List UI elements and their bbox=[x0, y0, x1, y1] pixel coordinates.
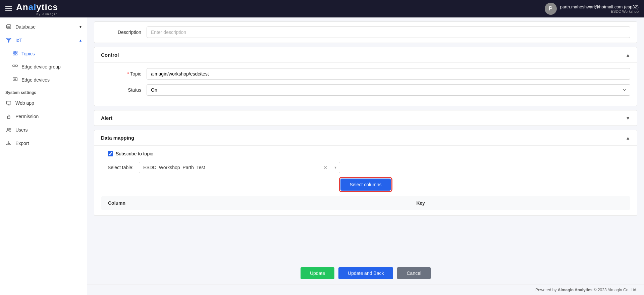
sidebar-item-export[interactable]: Export bbox=[0, 137, 87, 150]
main-content: Description Control ▲ Topic Status bbox=[87, 17, 644, 295]
webapp-icon bbox=[5, 100, 12, 106]
status-row: Status On Off bbox=[101, 84, 630, 96]
header: Analytics by Aimagin P parth.maheshwari@… bbox=[0, 0, 644, 17]
sidebar-item-edge-device-group[interactable]: Edge device group bbox=[0, 60, 87, 73]
layout: Database ▾ IoT ▴ Topics Edge device grou… bbox=[0, 17, 644, 295]
user-info: parth.maheshwari@hotmail.com (esp32) ESD… bbox=[560, 4, 639, 13]
subscribe-label: Subscribe to topic bbox=[116, 151, 153, 156]
svg-point-16 bbox=[7, 128, 9, 130]
footer: Powered by Aimagin Analytics © 2023 Aima… bbox=[87, 285, 644, 295]
sidebar-item-edge-devices[interactable]: Edge devices bbox=[0, 73, 87, 86]
logo-subtitle: by Aimagin bbox=[16, 12, 58, 16]
subscribe-checkbox[interactable] bbox=[108, 151, 113, 156]
sidebar-item-permission[interactable]: Permission bbox=[0, 110, 87, 123]
key-header: Key bbox=[410, 196, 630, 210]
sidebar-users-label: Users bbox=[15, 127, 82, 133]
description-input[interactable] bbox=[147, 27, 630, 38]
sidebar-edge-group-label: Edge device group bbox=[21, 64, 61, 69]
svg-rect-12 bbox=[7, 101, 11, 104]
data-mapping-chevron-up: ▲ bbox=[626, 135, 630, 141]
control-section: Control ▲ Topic Status On Off bbox=[94, 47, 637, 106]
alert-title: Alert bbox=[101, 115, 112, 121]
topic-input[interactable] bbox=[147, 68, 630, 80]
sidebar-iot-label: IoT bbox=[15, 38, 76, 43]
description-section: Description bbox=[94, 21, 637, 43]
sidebar-item-webapp[interactable]: Web app bbox=[0, 96, 87, 110]
select-columns-button[interactable]: Select columns bbox=[340, 179, 391, 191]
update-back-button[interactable]: Update and Back bbox=[338, 267, 393, 279]
svg-rect-4 bbox=[15, 51, 17, 53]
sidebar-item-iot[interactable]: IoT ▴ bbox=[0, 34, 87, 47]
sidebar-database-label: Database bbox=[15, 24, 76, 30]
data-mapping-title: Data mapping bbox=[101, 135, 134, 141]
sidebar-topics-label: Topics bbox=[21, 51, 35, 56]
select-table-row: Select table: ESDC_Workshop_Parth_Test ✕… bbox=[101, 162, 630, 173]
svg-point-0 bbox=[7, 24, 11, 26]
topic-label: Topic bbox=[101, 71, 141, 77]
svg-rect-8 bbox=[15, 65, 17, 66]
sidebar-item-database[interactable]: Database ▾ bbox=[0, 20, 87, 34]
system-settings-header: System settings bbox=[0, 86, 87, 96]
svg-rect-5 bbox=[13, 54, 15, 55]
chevron-up-icon: ▴ bbox=[79, 38, 82, 43]
control-title: Control bbox=[101, 52, 119, 58]
sidebar-item-topics[interactable]: Topics bbox=[0, 47, 87, 60]
footer-text: Powered by Aimagin Analytics © 2023 Aima… bbox=[535, 288, 637, 292]
users-icon bbox=[5, 127, 12, 133]
svg-point-11 bbox=[14, 79, 16, 80]
sidebar-permission-label: Permission bbox=[15, 114, 82, 119]
action-bar: Update Update and Back Cancel bbox=[87, 262, 644, 285]
svg-rect-10 bbox=[13, 78, 17, 81]
database-icon bbox=[5, 23, 12, 30]
control-section-header[interactable]: Control ▲ bbox=[94, 47, 637, 63]
subscribe-row: Subscribe to topic bbox=[101, 151, 630, 156]
topics-icon bbox=[12, 50, 18, 57]
svg-rect-7 bbox=[13, 65, 15, 66]
logo: Analytics by Aimagin bbox=[16, 2, 58, 16]
svg-rect-6 bbox=[15, 54, 17, 55]
status-select[interactable]: On Off bbox=[147, 84, 630, 96]
data-mapping-section-header[interactable]: Data mapping ▲ bbox=[94, 130, 637, 146]
selected-table-value: ESDC_Workshop_Parth_Test bbox=[139, 162, 320, 173]
sidebar-item-users[interactable]: Users bbox=[0, 123, 87, 137]
export-icon bbox=[5, 140, 12, 147]
edge-devices-icon bbox=[12, 76, 18, 83]
topic-row: Topic bbox=[101, 68, 630, 80]
sidebar-export-label: Export bbox=[15, 141, 82, 146]
update-button[interactable]: Update bbox=[301, 267, 334, 279]
select-table-label: Select table: bbox=[108, 165, 133, 170]
control-section-body: Topic Status On Off bbox=[94, 63, 637, 106]
column-header: Column bbox=[101, 196, 410, 210]
svg-point-17 bbox=[9, 128, 11, 130]
alert-section: Alert ▼ bbox=[94, 110, 637, 126]
data-mapping-section: Data mapping ▲ Subscribe to topic Select… bbox=[94, 130, 637, 216]
description-row: Description bbox=[94, 22, 637, 43]
column-key-table: Column Key bbox=[101, 196, 630, 210]
user-org: ESDC Workshop bbox=[560, 9, 639, 13]
cancel-button[interactable]: Cancel bbox=[397, 267, 431, 279]
logo-title: Analytics bbox=[16, 2, 58, 12]
sidebar-webapp-label: Web app bbox=[15, 100, 82, 106]
data-mapping-body: Subscribe to topic Select table: ESDC_Wo… bbox=[94, 146, 637, 215]
sidebar: Database ▾ IoT ▴ Topics Edge device grou… bbox=[0, 17, 87, 295]
permission-icon bbox=[5, 113, 12, 120]
table-header-row: Column Key bbox=[101, 196, 630, 210]
header-left: Analytics by Aimagin bbox=[5, 2, 58, 16]
iot-icon bbox=[5, 37, 12, 44]
table-select-chevron-icon[interactable]: ▾ bbox=[331, 163, 340, 172]
user-email: parth.maheshwari@hotmail.com (esp32) bbox=[560, 4, 639, 9]
content-area: Description Control ▲ Topic Status bbox=[87, 17, 644, 262]
table-select-container[interactable]: ESDC_Workshop_Parth_Test ✕ ▾ bbox=[139, 162, 340, 173]
avatar: P bbox=[545, 3, 557, 15]
header-right: P parth.maheshwari@hotmail.com (esp32) E… bbox=[545, 3, 639, 15]
sidebar-edge-devices-label: Edge devices bbox=[21, 77, 50, 83]
hamburger-icon[interactable] bbox=[5, 6, 12, 11]
svg-rect-15 bbox=[7, 116, 10, 118]
description-label: Description bbox=[101, 30, 141, 35]
status-label: Status bbox=[101, 87, 141, 93]
alert-chevron-down: ▼ bbox=[626, 115, 630, 121]
svg-rect-3 bbox=[13, 51, 15, 53]
table-select-clear-icon[interactable]: ✕ bbox=[320, 162, 331, 173]
svg-point-1 bbox=[8, 40, 9, 42]
alert-section-header[interactable]: Alert ▼ bbox=[94, 110, 637, 126]
